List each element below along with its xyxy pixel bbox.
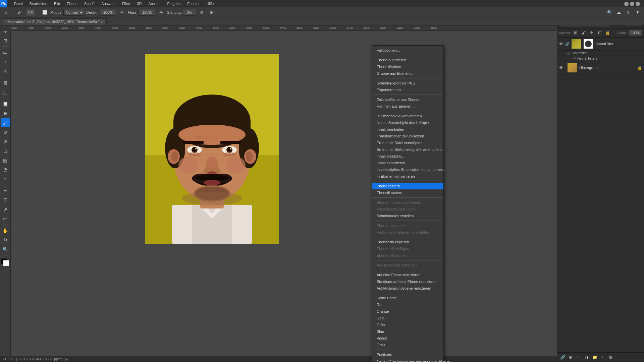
lock-transparent-icon[interactable]: ⊞ [572,29,579,36]
background-layer-item[interactable]: 👁 Hintergrund 🔒 [557,61,644,74]
angle-btn[interactable]: ⊕ [208,9,215,16]
menu-schrift[interactable]: Schrift [82,1,97,6]
home-button[interactable]: ⌂ [3,9,10,16]
ctx-convert-linked[interactable]: In verknüpftes Smartobjekt konvertieren.… [372,166,443,173]
blur-tool[interactable]: ◔ [1,165,10,174]
new-group-btn[interactable]: 📁 [591,354,598,361]
eyedropper-tool[interactable]: 🔲 [1,100,10,108]
ctx-postcard[interactable]: Postkarte [372,351,443,358]
fill-value[interactable]: 100% [629,30,642,36]
menu-bearbeiten[interactable]: Bearbeiten [27,1,50,6]
ctx-relink-file[interactable]: Erneut mit Datei verknüpfen... [372,139,443,146]
ctx-color-orange[interactable]: Orange [372,308,443,315]
smartfilter-layer-item[interactable]: 👁 🔗 SmartFilter [557,38,644,51]
history-brush-tool[interactable]: ↺ [1,137,10,146]
search-btn[interactable]: 🔍 [606,9,613,16]
color-swatches[interactable] [1,258,10,267]
hand-tool[interactable]: ✋ [1,226,10,235]
ctx-flatten[interactable]: Auf eine Ebene reduzieren [372,272,443,278]
airbrush-btn[interactable]: ◎ [157,9,165,16]
ctx-color-violett[interactable]: Violett [372,335,443,342]
layer-mask-btn[interactable]: ⬚ [575,354,582,361]
adjustment-layer-btn[interactable]: ◑ [583,354,590,361]
ctx-copy-style[interactable]: Ebenenstil kopieren [372,239,443,245]
stamp-tool[interactable]: ⊘ [1,128,10,136]
ctx-merge-visible[interactable]: Sichtbare auf eine Ebene reduzieren [372,278,443,285]
gradient-tool[interactable]: ▤ [1,156,10,165]
background-color[interactable] [3,260,9,266]
magic-wand-tool[interactable]: ✳ [1,67,10,75]
ctx-export-as[interactable]: Exportieren als... [372,86,443,93]
ctx-convert-layers[interactable]: In Ebenen konvertieren [372,173,443,180]
lock-artboard-icon[interactable]: ⊡ [596,29,603,36]
ctx-artboard[interactable]: Zeichenfläche aus Ebenen... [372,96,443,103]
ctx-3d-extrusion[interactable]: Neue 3D-Extrusion aus ausgewählter Ebene [372,358,443,362]
ctx-convert-smart[interactable]: In Smartobjekt konvertieren [372,113,443,119]
lock-all-icon[interactable]: 🔒 [604,29,611,36]
menu-ansicht[interactable]: Ansicht [146,1,163,6]
smoothing-value[interactable]: 0% [183,9,196,16]
artboard-tool[interactable]: ⊡ [1,36,10,45]
ctx-clipping-mask[interactable]: Schnittmaske erstellen [372,213,443,219]
zoom-tool[interactable]: 🔍 [1,245,10,254]
link-layers-btn[interactable]: 🔗 [559,354,566,361]
brush-icon-btn[interactable]: 🖌 [16,9,23,16]
eraser-tool[interactable]: ◻ [1,146,10,155]
mode-select[interactable]: Normal [63,9,84,16]
menu-datei[interactable]: Datei [11,1,25,6]
new-layer-btn[interactable]: + [599,354,606,361]
symmetry-btn[interactable] [217,9,224,16]
mask-icon-btn[interactable]: ⬜ [41,9,48,16]
menu-3d[interactable]: 3D [134,1,144,6]
menu-ebene[interactable]: Ebene [64,1,80,6]
shape-tool[interactable]: ▭ [1,215,10,223]
status-arrow[interactable]: ▶ [65,357,68,361]
close-btn[interactable] [636,2,640,6]
ctx-color-gelb[interactable]: Gelb [372,315,443,321]
more-btn[interactable]: ▼ [634,9,641,16]
bg-layer-visibility-icon[interactable]: 👁 [559,65,563,70]
delete-layer-btn[interactable]: 🗑 [607,354,614,361]
document-tab[interactable]: Unbenannt-1 bei 21,2% (man-1845259_1920,… [3,18,107,25]
settings-btn[interactable]: ⚙ [198,9,206,16]
menu-fenster[interactable]: Fenster [184,1,202,6]
menu-hilfe[interactable]: Hilfe [204,1,216,6]
minimize-btn[interactable] [624,2,629,6]
ctx-rasterize-layer[interactable]: Ebene rastern [372,183,443,189]
ctx-fill-options[interactable]: Fülloptionen... [372,47,443,54]
tab-close-btn[interactable]: × [101,20,103,24]
share-btn[interactable]: ⇪ [625,9,632,16]
layer-style-btn[interactable]: ⊕ [567,354,574,361]
menu-filter[interactable]: Filter [119,1,133,6]
pen-pressure-btn[interactable]: ✏ [118,9,126,16]
maximize-btn[interactable] [630,2,634,6]
lock-pixels-icon[interactable]: 🖌 [580,29,587,36]
rotate-view-tool[interactable]: ↻ [1,236,10,244]
ctx-color-gruen[interactable]: Grün [372,321,443,328]
crop-tool[interactable]: ⊠ [1,78,10,87]
layer-link-icon[interactable]: 🔗 [565,42,569,46]
marquee-tool[interactable]: ▭ [1,48,10,57]
frame-tool[interactable]: ⬚ [1,88,10,97]
ctx-color-blau[interactable]: Blau [372,328,443,335]
ctx-edit-content[interactable]: Inhalt bearbeiten [372,126,443,133]
menu-auswahl[interactable]: Auswahl [99,1,118,6]
ctx-delete-layer[interactable]: Ebene löschen [372,63,443,70]
ctx-reset-transform[interactable]: Transformation zurücksetzen [372,133,443,139]
type-tool[interactable]: T [1,196,10,204]
ctx-replace-content[interactable]: Inhalt ersetzen... [372,153,443,160]
ctx-relink-library[interactable]: Erneut mit Bibliotheksgrafik verknüpfen.… [372,146,443,153]
ctx-flatten-bg[interactable]: Auf Hintergrundebene reduzieren [372,285,443,292]
ctx-frame[interactable]: Rahmen aus Ebenen ... [372,103,443,110]
ctx-rasterize-style[interactable]: Ebenstil rastern [372,189,443,196]
heal-tool[interactable]: ⊕ [1,109,10,118]
brush-tool[interactable]: 🖌 [1,118,10,127]
ctx-color-grau[interactable]: Grau [372,342,443,348]
path-selection-tool[interactable]: ↗ [1,205,10,214]
neural-eye-icon[interactable]: 👁 [573,57,576,60]
ctx-duplicate-layer[interactable]: Ebene duplizieren... [372,57,443,63]
dodge-tool[interactable]: ○ [1,175,10,183]
pen-tool[interactable]: ✒ [1,186,10,195]
cloud-btn[interactable]: ☁ [615,9,623,16]
menu-plugins[interactable]: Plug-ins [164,1,183,6]
